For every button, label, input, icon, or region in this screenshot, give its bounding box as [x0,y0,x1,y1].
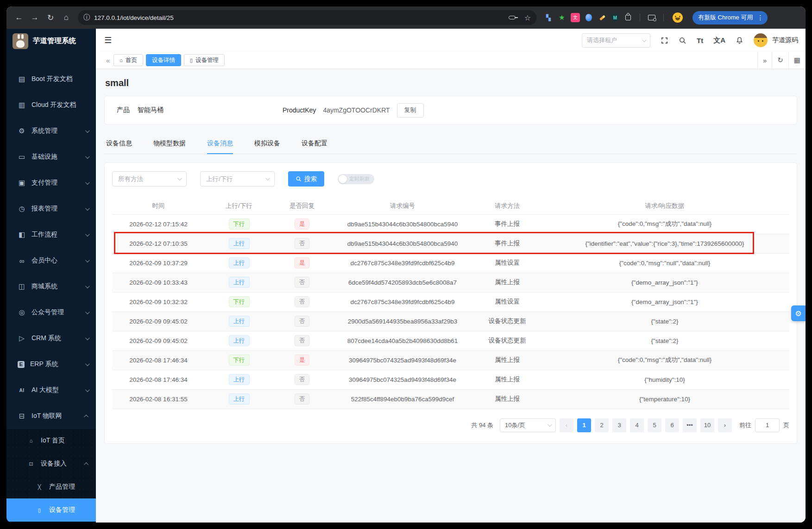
tab-simulate-device[interactable]: 模拟设备 [254,134,280,154]
collapse-sidebar-icon[interactable]: ☰ [104,35,112,45]
cell-method: 属性设置 [474,292,540,311]
chrome-update-button[interactable]: 有新版 Chrome 可用 ⋮ [692,11,768,25]
sidebar-item-mall[interactable]: ◫ 商城系统 [6,274,96,299]
page-button-3[interactable]: 3 [612,418,626,432]
sidebar-item-report[interactable]: ◷ 报表管理 [6,196,96,222]
table-row: 2026-02-09 10:32:32 下行 否 dc2767c875c348e… [112,292,789,311]
extension-m-icon[interactable]: M [611,13,619,22]
font-size-icon[interactable]: Tt [697,37,703,44]
prev-page-button[interactable]: ‹ [560,418,573,432]
site-info-icon[interactable]: ⓘ [83,13,90,22]
next-page-button[interactable]: › [718,418,732,432]
user-menu[interactable]: 芋道源码 [754,33,798,47]
more-pages-button[interactable]: ••• [683,418,697,432]
tab-home[interactable]: ⌂ 首页 [113,54,143,66]
screenshot-tool-icon[interactable] [647,13,656,22]
settings-gear-button[interactable]: ⚙ [791,305,806,321]
page-button-1[interactable]: 1 [577,418,591,432]
tabs-scroll-right-icon[interactable]: » [757,52,772,68]
page-size-select[interactable]: 10条/页 [500,418,556,432]
sidebar-item-boot-docs[interactable]: ▤ Boot 开发文档 [6,66,96,92]
sidebar-item-system[interactable]: ⚙ 系统管理 [6,118,96,144]
sidebar-item-workflow[interactable]: ◧ 工作流程 [6,222,96,248]
table-header-row: 时间 上行/下行 是否回复 请求编号 请求方法 请求/响应数据 [112,198,789,214]
col-reply: 是否回复 [273,198,331,214]
password-key-icon[interactable] [509,16,516,19]
chevron-down-icon [85,361,90,366]
cell-time: 2026-02-09 09:45:02 [112,311,205,331]
sidebar-item-iot[interactable]: ⊟ IoT 物联网 [6,403,96,429]
app-logo-row[interactable]: 芋道管理系统 [6,29,96,53]
extension-blocks-icon[interactable]: ▚ [544,13,553,22]
forward-icon[interactable]: → [28,11,42,25]
tab-device-messages[interactable]: 设备消息 [207,134,233,154]
sidebar-item-device-access[interactable]: ⊡ 设备接入 [6,452,96,475]
sidebar-item-cloud-docs[interactable]: ▥ Cloud 开发文档 [6,92,96,118]
tab-device-config[interactable]: 设备配置 [302,134,327,154]
extension-balloon-icon[interactable] [584,13,593,22]
sidebar-item-erp[interactable]: E ERP 系统 [6,351,96,377]
fullscreen-icon[interactable] [661,37,668,44]
direction-select[interactable]: 上行/下行 [200,171,275,187]
tab-device-detail[interactable]: 设备详情 [146,54,181,66]
shop-icon: ◫ [18,282,26,291]
page-button-5[interactable]: 5 [648,418,661,432]
extension-broom-icon[interactable] [598,13,607,22]
page-button-6[interactable]: 6 [665,418,679,432]
search-button[interactable]: 搜索 [288,171,324,187]
tab-device-management[interactable]: ▯ 设备管理 [184,54,225,66]
profile-emoji-avatar[interactable] [673,12,683,23]
chevron-down-icon [85,336,90,340]
direction-tag: 上行 [229,335,250,346]
extensions-puzzle-icon[interactable] [623,13,633,22]
home-icon[interactable]: ⌂ [59,11,73,25]
auto-refresh-toggle[interactable]: 定时刷新 [338,174,374,184]
sidebar-item-product-management[interactable]: ╳ 产品管理 [6,475,96,498]
tab-device-info[interactable]: 设备信息 [106,134,132,154]
filter-row: 所有方法 上行/下行 搜索 定时刷新 [112,171,789,187]
sidebar-item-device-management[interactable]: ▯ 设备管理 [6,498,96,522]
cell-data: {"demo_array_json":"1"} [540,273,789,292]
sidebar-item-crm[interactable]: ▷ CRM 系统 [6,325,96,351]
back-icon[interactable]: ← [12,11,26,25]
bell-icon[interactable] [736,37,743,44]
app-title: 芋道管理系统 [33,36,76,46]
screen-icon: ⊡ [27,461,35,467]
ai-icon: AI [18,388,26,393]
pagination: 共 94 条 10条/页 ‹ 1 2 3 4 5 6 ••• 10 [112,418,789,432]
bookmark-star-icon[interactable]: ☆ [524,13,531,22]
cell-method: 属性上报 [474,273,540,292]
address-bar[interactable]: ⓘ 127.0.0.1/iot/device/detail/25 ☆ [78,10,536,25]
cell-time: 2026-02-08 16:31:55 [112,389,205,409]
cell-data: {"code":0,"msg":"null","data":null} [540,253,789,273]
cell-request-id: dc2767c875c348e39fd9fcdbf625c4b9 [331,292,474,311]
extension-star-icon[interactable]: ★ [557,13,567,22]
page-button-4[interactable]: 4 [630,418,644,432]
copy-button[interactable]: 复制 [397,103,424,118]
extension-translate-icon[interactable]: 文 [571,13,580,22]
sidebar-item-ai[interactable]: AI AI 大模型 [6,377,96,403]
page-button-10[interactable]: 10 [700,418,714,432]
refresh-icon[interactable]: ↻ [772,52,788,68]
reply-tag: 否 [295,296,310,307]
sidebar-item-member[interactable]: ∞ 会员中心 [6,248,96,274]
page-button-2[interactable]: 2 [595,418,609,432]
sidebar-item-iot-home[interactable]: ⌂ IoT 首页 [6,429,96,452]
tabs-scroll-left-icon[interactable]: « [102,56,113,64]
browser-menu-icon[interactable]: ⋮ [755,14,765,21]
document-icon: ▤ [18,75,26,83]
sidebar-item-payment[interactable]: ▣ 支付管理 [6,170,96,196]
cell-time: 2026-02-08 17:46:34 [112,370,205,389]
tenant-select[interactable]: 请选择租户 [582,33,650,48]
goto-page-input[interactable] [755,418,780,432]
method-select[interactable]: 所有方法 [112,171,187,187]
layout-grid-icon[interactable]: ▦ [788,52,806,68]
tab-thing-model-data[interactable]: 物模型数据 [153,134,186,154]
detail-tabs: 设备信息 物模型数据 设备消息 模拟设备 设备配置 [104,134,797,154]
search-icon[interactable] [679,37,686,44]
sidebar-item-infrastructure[interactable]: ▭ 基础设施 [6,144,96,170]
sidebar-item-wechat[interactable]: ◎ 公众号管理 [6,299,96,325]
reload-icon[interactable]: ↻ [44,11,57,25]
url-text[interactable]: 127.0.0.1/iot/device/detail/25 [94,14,504,21]
translate-icon[interactable]: 文A [713,36,725,45]
